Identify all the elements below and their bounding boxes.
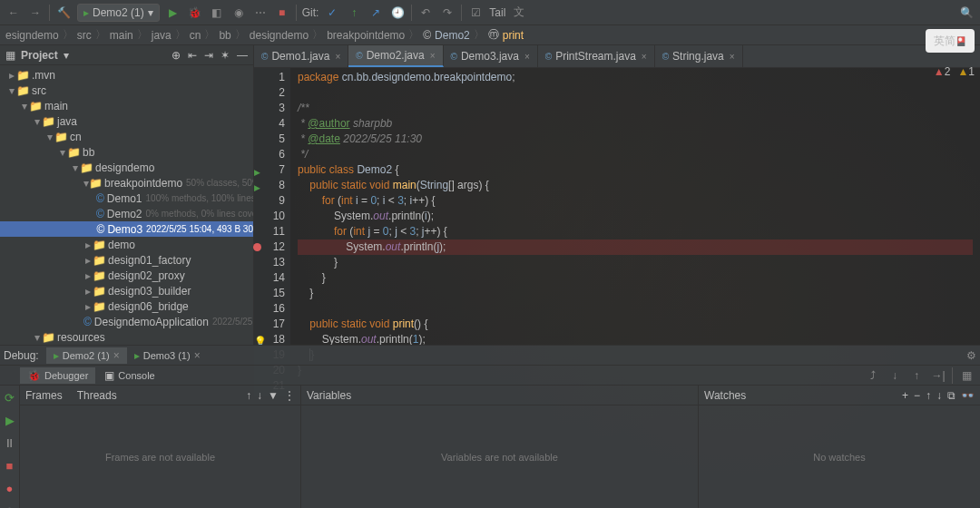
glasses-icon[interactable]: 👓 (961, 389, 975, 402)
hammer-icon[interactable]: 🔨 (55, 5, 72, 21)
breadcrumb-item[interactable]: src (77, 29, 92, 42)
breadcrumb-method[interactable]: print (503, 29, 524, 42)
more-icon[interactable]: ⋯ (252, 5, 269, 21)
collapse-icon[interactable]: ⇤ (188, 49, 197, 62)
project-tree[interactable]: ▸📁.mvn▾📁src▾📁main▾📁java▾📁cn▾📁bb▾📁designd… (0, 65, 253, 345)
close-icon[interactable]: × (430, 51, 436, 61)
git-push-icon[interactable]: ↗ (368, 5, 384, 21)
close-icon[interactable]: × (335, 52, 340, 62)
tree-item-demo1[interactable]: ©Demo1100% methods, 100% lines (0, 190, 253, 206)
redo-icon[interactable]: ↷ (439, 5, 456, 21)
debug-subtab-console[interactable]: ▣Console (97, 367, 162, 384)
profile-icon[interactable]: ◉ (230, 5, 247, 21)
copy-icon[interactable]: ⧉ (947, 389, 956, 402)
debug-run-tab[interactable]: ▸Demo2 (1) × (46, 347, 127, 364)
editor-tab[interactable]: ©Demo2.java× (348, 45, 443, 67)
tree-item-resources[interactable]: ▾📁resources (0, 329, 253, 345)
tree-item-design02_proxy[interactable]: ▸📁design02_proxy (0, 268, 253, 283)
tree-item-bb[interactable]: ▾📁bb (0, 144, 253, 160)
add-watch-icon[interactable]: + (902, 389, 908, 402)
play-icon[interactable]: ▶ (165, 5, 181, 21)
tree-item-main[interactable]: ▾📁main (0, 98, 253, 113)
rerun-icon[interactable]: ⟳ (5, 391, 15, 405)
undo-icon[interactable]: ↶ (417, 5, 434, 21)
breadcrumb-class[interactable]: Demo2 (435, 29, 470, 42)
tree-item-cn[interactable]: ▾📁cn (0, 129, 253, 144)
editor-tab[interactable]: ©Demo1.java× (254, 45, 348, 67)
hide-icon[interactable]: — (237, 49, 248, 62)
close-icon[interactable]: × (730, 52, 735, 62)
search-icon[interactable]: 🔍 (958, 5, 975, 21)
tree-item-designdemoapplication[interactable]: ©DesigndemoApplication2022/5/25 1 (0, 314, 253, 329)
target-icon[interactable]: ⊕ (172, 49, 181, 62)
breadcrumb-item[interactable]: designdemo (250, 29, 309, 42)
translate-icon[interactable]: 文 (511, 5, 527, 21)
tree-item-demo[interactable]: ▸📁demo (0, 237, 253, 252)
project-tool-window: ▦ Project ▾ ⊕ ⇤ ⇥ ✶ — ▸📁.mvn▾📁src▾📁main▾… (0, 45, 254, 345)
breadcrumb-sep: 〉 (312, 27, 323, 43)
breadcrumb-item[interactable]: bb (219, 29, 230, 42)
resume-icon[interactable]: ▶ (5, 414, 15, 427)
remove-watch-icon[interactable]: − (914, 389, 920, 402)
git-commit-icon[interactable]: ↑ (346, 5, 362, 21)
editor-tab[interactable]: ©PrintStream.java× (538, 45, 655, 67)
prev-frame-icon[interactable]: ↑ (246, 389, 251, 402)
tree-item-.mvn[interactable]: ▸📁.mvn (0, 67, 253, 83)
step-into-icon[interactable]: ↓ (887, 367, 903, 384)
inspection-indicator[interactable]: ▲2 ▲1 (934, 65, 975, 78)
tree-item-src[interactable]: ▾📁src (0, 83, 253, 98)
breakpoint-icon[interactable] (253, 243, 261, 251)
view-bp-icon[interactable]: ● (6, 482, 14, 495)
expand-icon[interactable]: ⇥ (204, 49, 213, 62)
breadcrumb-item[interactable]: esigndemo (5, 29, 59, 42)
stop-icon[interactable]: ■ (6, 459, 14, 473)
error-count: ▲2 (934, 65, 951, 78)
close-icon[interactable]: × (642, 52, 647, 62)
tail-check-icon[interactable]: ☑ (467, 5, 484, 21)
debug-subtab-debugger[interactable]: 🐞Debugger (20, 367, 95, 384)
coverage-icon[interactable]: ◧ (209, 5, 225, 21)
editor-tab[interactable]: ©Demo3.java× (444, 45, 538, 67)
up-icon[interactable]: ↑ (926, 389, 931, 402)
mute-bp-icon[interactable]: ⊘ (5, 504, 15, 508)
tree-item-design03_builder[interactable]: ▸📁design03_builder (0, 283, 253, 298)
stop-icon[interactable]: ■ (274, 5, 290, 21)
plugin-badge[interactable]: 英简🎴 (926, 29, 975, 53)
git-update-icon[interactable]: ✓ (324, 5, 340, 21)
frames-title: Frames (25, 389, 63, 402)
more-icon[interactable]: ⋮ (284, 389, 295, 402)
debug-icon[interactable]: 🐞 (187, 5, 203, 21)
editor-tab[interactable]: ©String.java× (655, 45, 743, 67)
filter-icon[interactable]: ▼ (268, 389, 279, 402)
run-config-selector[interactable]: ▸ Demo2 (1) ▾ (77, 4, 160, 22)
gear-icon[interactable]: ⚙ (966, 349, 976, 362)
step-over-icon[interactable]: ⤴ (865, 367, 881, 384)
close-icon[interactable]: × (524, 52, 530, 62)
git-history-icon[interactable]: 🕘 (389, 5, 406, 21)
debug-run-tab[interactable]: ▸Demo3 (1) × (127, 347, 208, 364)
step-out-icon[interactable]: ↑ (908, 367, 925, 384)
next-frame-icon[interactable]: ↓ (257, 389, 262, 402)
tree-item-java[interactable]: ▾📁java (0, 113, 253, 129)
evaluate-icon[interactable]: ▦ (958, 367, 975, 384)
breadcrumb-item[interactable]: main (110, 29, 133, 42)
breadcrumb-item[interactable]: cn (190, 29, 201, 42)
breadcrumb-item[interactable]: java (152, 29, 172, 42)
breadcrumb-item[interactable]: breakpointdemo (327, 29, 405, 42)
back-icon[interactable]: ← (5, 5, 22, 21)
pause-icon[interactable]: ⏸ (4, 436, 15, 450)
tree-item-designdemo[interactable]: ▾📁designdemo (0, 160, 253, 175)
forward-icon[interactable]: → (27, 5, 44, 21)
debug-side-toolbar: ⟳ ▶ ⏸ ■ ● ⊘ (0, 386, 20, 508)
tree-item-design01_factory[interactable]: ▸📁design01_factory (0, 252, 253, 268)
class-icon: © (423, 29, 431, 42)
tree-item-breakpointdemo[interactable]: ▾📁breakpointdemo50% classes, 50% l (0, 175, 253, 190)
tree-item-design06_bridge[interactable]: ▸📁design06_bridge (0, 298, 253, 314)
down-icon[interactable]: ↓ (936, 389, 942, 402)
settings-icon[interactable]: ✶ (220, 49, 230, 62)
chevron-down-icon[interactable]: ▾ (64, 49, 69, 62)
run-to-cursor-icon[interactable]: →| (930, 367, 946, 384)
variables-empty: Variables are not available (301, 405, 698, 508)
tree-item-demo3[interactable]: ©Demo32022/5/25 15:04, 493 B 30 (0, 221, 253, 237)
tree-item-demo2[interactable]: ©Demo20% methods, 0% lines cove (0, 206, 253, 221)
